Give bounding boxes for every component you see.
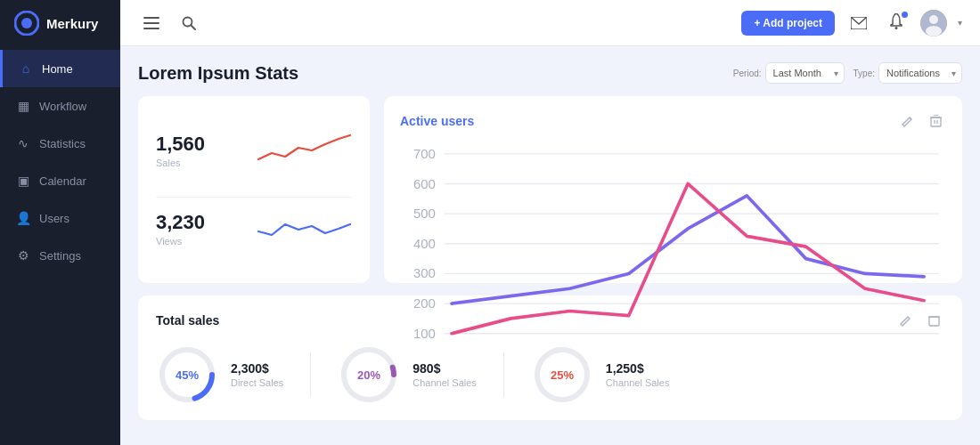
- total-sales-title: Total sales: [156, 313, 219, 328]
- donut-item-1: 45% 2,300$ Direct Sales: [156, 344, 283, 406]
- sidebar-item-workflow[interactable]: ▦ Workflow: [0, 87, 120, 125]
- views-info: 3,230 Views: [156, 211, 205, 247]
- app-name: Merkury: [46, 16, 98, 31]
- active-users-title: Active users: [400, 114, 474, 128]
- svg-text:200: 200: [413, 295, 436, 311]
- bell-icon: [889, 13, 903, 29]
- views-value: 3,230: [156, 211, 205, 234]
- sidebar-item-users[interactable]: 👤 Users: [0, 199, 120, 237]
- svg-text:600: 600: [413, 175, 436, 190]
- avatar-image: [920, 10, 947, 36]
- sidebar-label-statistics: Statistics: [39, 137, 86, 150]
- active-users-card: Active users: [384, 96, 962, 283]
- svg-text:400: 400: [413, 236, 436, 251]
- donut-info-1: 2,300$ Direct Sales: [231, 361, 283, 388]
- views-stat-row: 3,230 Views: [156, 197, 352, 260]
- page-title: Lorem Ipsum Stats: [138, 63, 298, 84]
- avatar[interactable]: [920, 10, 947, 36]
- svg-point-8: [895, 27, 898, 29]
- topbar-right: + Add project: [741, 10, 962, 36]
- sidebar-item-settings[interactable]: ⚙ Settings: [0, 237, 120, 274]
- svg-rect-3: [143, 22, 159, 24]
- pencil-icon: [902, 116, 913, 127]
- trash-icon: [930, 115, 942, 127]
- sales-label: Sales: [156, 158, 205, 168]
- active-users-chart: 700 600 500 400 300 200 100: [400, 139, 946, 371]
- mail-button[interactable]: [845, 10, 872, 36]
- svg-text:20%: 20%: [357, 368, 380, 382]
- sidebar-label-home: Home: [42, 62, 73, 76]
- cards-row: 1,560 Sales 3,230 Views: [138, 96, 962, 283]
- period-filter-wrap: Last Month Last Week Last Year: [765, 62, 845, 84]
- svg-text:300: 300: [413, 265, 436, 280]
- sales-stat-row: 1,560 Sales: [156, 119, 352, 182]
- hamburger-icon: [143, 17, 159, 29]
- svg-rect-2: [143, 17, 159, 19]
- views-sparkline: [254, 206, 352, 251]
- sidebar-item-calendar[interactable]: ▣ Calendar: [0, 162, 120, 199]
- settings-icon: ⚙: [16, 248, 30, 263]
- add-project-label: + Add project: [754, 17, 822, 29]
- search-icon: [182, 16, 196, 30]
- sales-value: 1,560: [156, 133, 205, 156]
- type-filter-wrap: Notifications Events: [878, 62, 962, 84]
- app-logo[interactable]: Merkury: [0, 0, 120, 46]
- donut-value-1: 2,300$: [231, 361, 283, 376]
- sidebar-nav: ⌂ Home ▦ Workflow ∿ Statistics ▣ Calenda…: [0, 50, 120, 274]
- svg-rect-12: [931, 117, 941, 126]
- topbar: + Add project: [120, 0, 980, 46]
- sidebar-label-users: Users: [39, 212, 69, 225]
- mail-icon: [851, 17, 867, 29]
- donut-chart-2: 20%: [338, 344, 400, 406]
- sales-info: 1,560 Sales: [156, 133, 205, 168]
- views-label: Views: [156, 236, 205, 247]
- svg-point-11: [926, 26, 942, 36]
- svg-text:45%: 45%: [176, 368, 199, 382]
- type-select[interactable]: Notifications Events: [878, 62, 962, 84]
- main-area: + Add project: [120, 0, 980, 445]
- delete-button[interactable]: [925, 110, 946, 132]
- period-label: Period:: [733, 69, 762, 78]
- stats-card: 1,560 Sales 3,230 Views: [138, 96, 370, 283]
- svg-text:100: 100: [413, 326, 436, 341]
- donut-label-3: Channel Sales: [606, 377, 670, 388]
- svg-rect-4: [143, 28, 159, 29]
- donut-label-2: Channel Sales: [412, 377, 477, 388]
- search-button[interactable]: [176, 10, 202, 36]
- svg-point-1: [21, 18, 32, 28]
- avatar-chevron-icon: ▾: [958, 18, 962, 28]
- card-actions: [896, 110, 946, 132]
- menu-button[interactable]: [138, 10, 165, 36]
- add-project-button[interactable]: + Add project: [741, 11, 835, 36]
- content-header: Lorem Ipsum Stats Period: Last Month Las…: [138, 62, 962, 84]
- edit-button[interactable]: [896, 110, 918, 132]
- svg-point-10: [929, 15, 938, 24]
- statistics-icon: ∿: [16, 136, 30, 150]
- svg-text:500: 500: [413, 206, 436, 221]
- sales-sparkline: [254, 128, 352, 173]
- donut-label-1: Direct Sales: [231, 377, 283, 388]
- sidebar-item-home[interactable]: ⌂ Home: [0, 50, 120, 87]
- svg-text:700: 700: [413, 146, 436, 161]
- calendar-icon: ▣: [16, 174, 30, 188]
- sidebar-label-settings: Settings: [39, 249, 81, 263]
- type-label: Type:: [853, 69, 875, 78]
- active-users-header: Active users: [400, 110, 946, 132]
- home-icon: ⌂: [19, 61, 33, 76]
- donut-chart-1: 45%: [156, 344, 218, 406]
- notifications-button[interactable]: [883, 10, 910, 36]
- content-area: Lorem Ipsum Stats Period: Last Month Las…: [120, 46, 980, 445]
- sidebar: Merkury ⌂ Home ▦ Workflow ∿ Statistics ▣…: [0, 0, 120, 445]
- sidebar-label-workflow: Workflow: [39, 100, 86, 113]
- svg-line-6: [192, 25, 196, 29]
- logo-icon: [14, 11, 39, 36]
- sidebar-label-calendar: Calendar: [39, 174, 86, 188]
- topbar-left: [138, 10, 731, 36]
- workflow-icon: ▦: [16, 99, 30, 113]
- sidebar-item-statistics[interactable]: ∿ Statistics: [0, 125, 120, 162]
- separator-1: [310, 352, 311, 397]
- period-select[interactable]: Last Month Last Week Last Year: [765, 62, 845, 84]
- filter-bar: Period: Last Month Last Week Last Year T…: [733, 62, 962, 84]
- users-icon: 👤: [16, 211, 30, 225]
